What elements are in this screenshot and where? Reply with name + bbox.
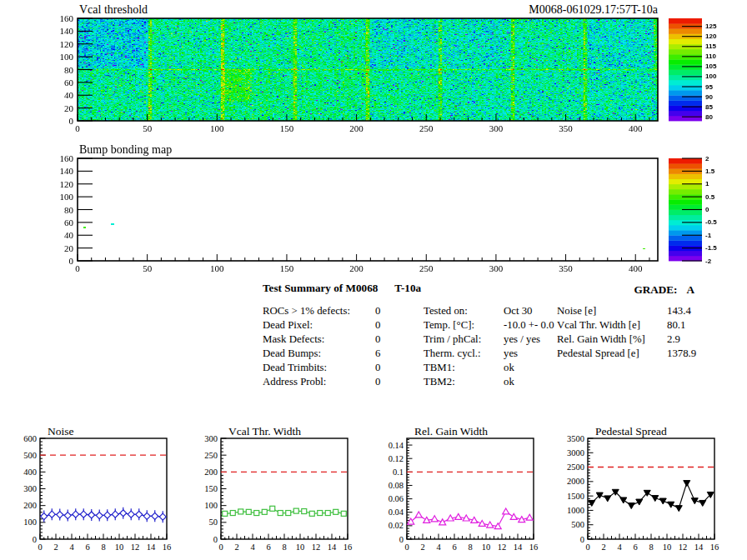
summary-row-value: yes (504, 348, 518, 360)
data-marker (128, 511, 134, 518)
grade-value: A (686, 283, 694, 296)
data-marker (64, 512, 71, 519)
x-axis-tick-label: 16 (343, 542, 353, 552)
y-axis-tick-label: 1000 (567, 506, 584, 515)
map-axis: 0204060801001201401600501001502002503003… (60, 153, 659, 273)
x-axis-tick-label: 0 (404, 542, 409, 552)
y-axis-tick-label: 0 (580, 535, 584, 544)
x-axis-tick-label: 2 (53, 542, 58, 552)
y-axis-tick-label: 160 (60, 153, 74, 163)
y-axis-tick-label: 0.12 (389, 454, 404, 463)
y-axis-tick-label: 150 (204, 484, 218, 493)
summary-row-label: Dead Trimbits: (263, 362, 327, 374)
y-axis-tick-label: 500 (571, 520, 584, 529)
x-axis-tick-label: 8 (468, 542, 472, 552)
data-marker (143, 512, 150, 519)
data-marker (415, 512, 422, 518)
data-marker (88, 512, 95, 518)
color-scale-tick-label: 115 (705, 42, 716, 50)
summary-row-value: Oct 30 (504, 305, 532, 318)
x-axis-tick-label: 10 (482, 542, 491, 552)
color-scale-tick-label: 0 (705, 206, 709, 213)
data-marker (510, 513, 517, 519)
x-axis-tick-label: 10 (663, 542, 672, 552)
data-marker (230, 511, 235, 516)
y-axis-tick-label: 2500 (567, 462, 584, 472)
data-marker (104, 512, 111, 518)
x-axis-tick-label: 0 (75, 123, 80, 133)
data-series (408, 508, 534, 529)
summary-row-label: Tested on: (424, 305, 468, 318)
summary-row-value: 6 (375, 348, 380, 360)
data-marker (620, 498, 627, 503)
x-axis-tick-label: 8 (649, 542, 653, 552)
data-marker (325, 511, 330, 516)
data-marker (120, 510, 127, 517)
y-axis-tick-label: 140 (60, 166, 74, 176)
y-axis-tick-label: 60 (64, 78, 74, 88)
y-axis-tick-label: 40 (64, 90, 74, 100)
color-scale-tick-label: 90 (705, 93, 713, 101)
y-axis-tick-label: 0 (69, 116, 74, 126)
x-axis-tick-label: 50 (143, 263, 153, 273)
vcal-width-per-roc-plot: Vcal Thr. Width 050100150200250300024681… (188, 421, 374, 560)
color-scale-tick-label: 120 (705, 32, 717, 40)
y-axis-tick-label: 40 (64, 230, 74, 240)
y-axis-tick-label: 0 (33, 535, 37, 544)
color-scale-tick-label: 125 (705, 22, 717, 30)
summary-module-type: T-10a (394, 282, 421, 294)
x-axis-tick-label: 12 (131, 542, 140, 552)
data-marker (659, 498, 666, 504)
data-series (41, 508, 167, 522)
data-marker (270, 506, 275, 511)
x-axis-tick-label: 14 (694, 542, 704, 552)
data-marker (238, 509, 243, 514)
x-axis-tick-label: 400 (629, 123, 643, 133)
x-axis-tick-label: 14 (147, 542, 156, 552)
data-marker (73, 511, 79, 518)
summary-row-value: 0 (375, 305, 380, 318)
x-axis-tick-label: 10 (115, 542, 124, 552)
color-scale: 80859095100105110115120125 (669, 18, 717, 121)
data-marker (675, 506, 682, 512)
data-marker (479, 520, 485, 526)
summary-row-label: Noise [e] (557, 305, 596, 318)
y-axis-tick-label: 300 (23, 484, 37, 493)
y-axis-tick-label: 250 (204, 451, 218, 460)
data-marker (302, 509, 307, 514)
x-axis-tick-label: 250 (419, 263, 434, 273)
x-axis-tick-label: 4 (250, 542, 255, 552)
bump-axes: 0204060801001201401600501001502002503003… (0, 140, 747, 280)
x-axis-tick-label: 200 (349, 123, 363, 133)
summary-title: Test Summary of M0068T-10a (263, 282, 421, 295)
y-axis-tick-label: 200 (204, 468, 218, 477)
plot-axis: 0500100015002000250030003500024681012141… (567, 434, 719, 552)
plot-axis: 01002003004005006000246810121416 (23, 434, 171, 552)
summary-row-label: TBM2: (424, 376, 455, 388)
data-marker (699, 500, 706, 506)
color-scale-tick-label: -2 (705, 258, 712, 265)
data-marker (684, 481, 690, 487)
color-scale-tick-label: -1 (705, 232, 712, 239)
summary-row-value: yes / yes (504, 333, 540, 346)
x-axis-tick-label: 16 (529, 542, 539, 552)
summary-row-label: Vcal Thr. Width [e] (557, 319, 640, 332)
x-axis-tick-label: 14 (514, 542, 523, 552)
y-axis-tick-label: 80 (64, 65, 74, 75)
x-axis-tick-label: 12 (312, 542, 321, 552)
x-axis-tick-label: 0 (75, 263, 80, 273)
data-marker (112, 511, 118, 518)
color-scale-tick-label: -0.5 (705, 218, 717, 226)
x-axis-tick-label: 10 (296, 542, 305, 552)
summary-row-label: Dead Pixel: (263, 319, 313, 332)
rel-gain-width-per-roc-plot: Rel. Gain Width 00.020.040.060.080.10.12… (374, 421, 560, 560)
y-axis-tick-label: 20 (64, 243, 74, 253)
rel-gain-width-plot-canvas: 00.020.040.060.080.10.120.14024681012141… (374, 421, 560, 560)
data-marker (254, 511, 259, 516)
x-axis-tick-label: 350 (559, 123, 573, 133)
y-axis-tick-label: 160 (60, 13, 74, 23)
x-axis-tick-label: 200 (349, 263, 363, 273)
color-scale-tick-label: 2 (705, 155, 709, 162)
x-axis-tick-label: 0 (38, 542, 42, 552)
y-axis-tick-label: 0.08 (389, 481, 404, 490)
